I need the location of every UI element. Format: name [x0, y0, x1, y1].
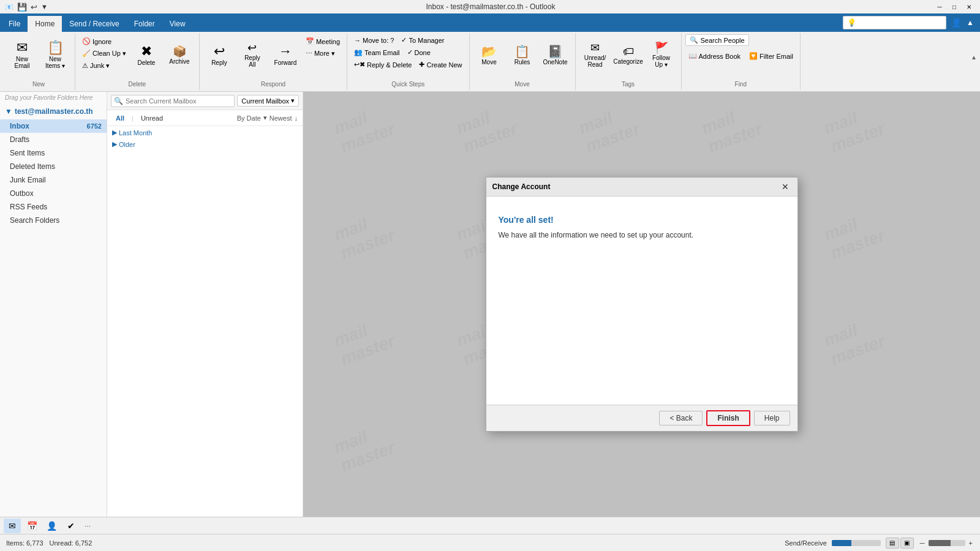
cleanup-label: Clean Up ▾: [92, 50, 126, 58]
zoom-in-button[interactable]: +: [968, 539, 974, 547]
collapse-ribbon-icon[interactable]: ▲: [967, 18, 974, 27]
filter-sep: |: [132, 114, 134, 122]
qat-undo[interactable]: ↩: [31, 2, 37, 12]
follow-up-icon: 🚩: [655, 42, 668, 53]
mailbox-selector[interactable]: Current Mailbox ▾: [237, 95, 299, 107]
mail-nav-button[interactable]: ✉: [4, 519, 21, 533]
window-title: Inbox - test@mailmaster.co.th - Outlook: [48, 2, 933, 11]
reply-button[interactable]: ↩ Reply: [203, 34, 235, 76]
forward-label: Forward: [274, 59, 297, 66]
finish-button[interactable]: Finish: [706, 410, 750, 426]
calendar-nav-button[interactable]: 📅: [23, 519, 40, 533]
sidebar-item-outbox[interactable]: Outbox: [0, 187, 107, 200]
title-bar: 📧 💾 ↩ ▼ Inbox - test@mailmaster.co.th - …: [0, 0, 980, 13]
normal-view-button[interactable]: ▤: [886, 538, 899, 549]
move-to-label: Move to: ?: [363, 37, 394, 44]
junk-button[interactable]: ⚠ Junk ▾: [79, 60, 129, 72]
reply-delete-button[interactable]: ↩✖ Reply & Delete: [351, 59, 415, 70]
new-email-button[interactable]: ✉ NewEmail: [6, 34, 38, 76]
follow-up-button[interactable]: 🚩 FollowUp ▾: [646, 34, 677, 76]
modal-title-bar: Change Account ✕: [486, 178, 797, 197]
ribbon-group-tags-content: ✉ Unread/Read 🏷 Categorize 🚩 FollowUp ▾: [579, 34, 677, 79]
move-to-button[interactable]: → Move to: ?: [351, 34, 397, 46]
sidebar-item-search-folders[interactable]: Search Folders: [0, 214, 107, 227]
tab-view[interactable]: View: [162, 16, 193, 32]
sidebar-item-sent[interactable]: Sent Items: [0, 146, 107, 160]
sidebar-item-drafts[interactable]: Drafts: [0, 133, 107, 146]
sidebar-item-rss[interactable]: RSS Feeds: [0, 200, 107, 214]
new-items-button[interactable]: 📋 NewItems ▾: [39, 34, 71, 76]
search-people-container[interactable]: 🔍 Search People: [685, 34, 749, 46]
tab-folder[interactable]: Folder: [127, 16, 162, 32]
cleanup-button[interactable]: 🧹 Clean Up ▾: [79, 48, 129, 59]
ribbon-group-quicksteps-content: → Move to: ? ✓ To Manager 👥 Team Email ✓…: [351, 34, 465, 79]
search-input[interactable]: [126, 97, 232, 105]
tab-home[interactable]: Home: [28, 16, 62, 32]
zoom-out-button[interactable]: ─: [919, 539, 926, 547]
create-new-button[interactable]: ✚ Create New: [416, 59, 465, 70]
people-nav-button[interactable]: 👤: [43, 519, 60, 533]
status-items: Items: 6,773: [6, 539, 43, 547]
done-button[interactable]: ✓ Done: [404, 47, 434, 58]
filter-unread-button[interactable]: Unread: [137, 113, 167, 123]
reply-all-icon: ↩: [247, 42, 257, 53]
qat-arrow[interactable]: ▼: [41, 3, 48, 10]
ignore-button[interactable]: 🚫 Ignore: [79, 36, 129, 47]
section-older[interactable]: ▶ Older: [107, 138, 303, 149]
zoom-slider[interactable]: [929, 540, 965, 546]
create-new-icon: ✚: [419, 61, 424, 69]
filter-sort[interactable]: By Date ▾ Newest ↓: [237, 114, 298, 122]
status-unread: Unread: 6,752: [50, 539, 92, 547]
ribbon-group-delete-label: Delete: [79, 79, 195, 89]
meeting-icon: 📅: [306, 37, 314, 45]
more-respond-button[interactable]: ⋯ More ▾: [303, 48, 343, 59]
delete-button[interactable]: ✖ Delete: [130, 34, 162, 76]
categorize-button[interactable]: 🏷 Categorize: [612, 34, 644, 76]
team-email-button[interactable]: 👥 Team Email: [351, 47, 402, 58]
tab-file[interactable]: File: [1, 16, 28, 32]
filter-email-label: Filter Email: [760, 53, 793, 60]
filter-email-button[interactable]: 🔽 Filter Email: [746, 50, 796, 62]
qat-save[interactable]: 💾: [17, 2, 27, 12]
unread-label: Unread/Read: [584, 54, 606, 68]
meeting-button[interactable]: 📅 Meeting: [303, 36, 343, 47]
filter-all-button[interactable]: All: [112, 113, 128, 123]
address-book-button[interactable]: 📖 Address Book: [685, 50, 744, 62]
move-large-button[interactable]: 📂 Move: [473, 34, 505, 76]
sidebar-account[interactable]: ▼ test@mailmaster.co.th: [0, 103, 107, 119]
cleanup-icon: 🧹: [82, 50, 91, 58]
sidebar-item-deleted[interactable]: Deleted Items: [0, 160, 107, 173]
more-nav-button[interactable]: ···: [82, 522, 93, 530]
rules-button[interactable]: 📋 Rules: [507, 34, 538, 76]
mailbox-dropdown-icon: ▾: [291, 97, 295, 105]
reading-view-button[interactable]: ▣: [900, 538, 914, 549]
reply-all-button[interactable]: ↩ ReplyAll: [236, 34, 268, 76]
maximize-button[interactable]: □: [948, 2, 960, 12]
section-last-month[interactable]: ▶ Last Month: [107, 126, 303, 138]
zoom-fill: [929, 540, 951, 546]
archive-button[interactable]: 📦 Archive: [164, 34, 195, 76]
onenote-button[interactable]: 📓 OneNote: [540, 34, 571, 76]
back-button[interactable]: < Back: [659, 411, 703, 425]
to-manager-icon: ✓: [401, 36, 407, 44]
tab-send-receive[interactable]: Send / Receive: [62, 16, 126, 32]
tasks-nav-button[interactable]: ✔: [62, 519, 80, 533]
to-manager-button[interactable]: ✓ To Manager: [398, 34, 447, 46]
ignore-icon: 🚫: [82, 37, 91, 45]
unread-read-button[interactable]: ✉ Unread/Read: [579, 34, 611, 76]
sidebar-item-inbox[interactable]: Inbox 6752: [0, 119, 107, 133]
tell-me-input[interactable]: 💡 Tell me what you want to do: [843, 16, 946, 29]
reply-icon: ↩: [214, 45, 225, 58]
close-button[interactable]: ✕: [963, 2, 975, 12]
help-button[interactable]: Help: [754, 411, 790, 425]
tell-me-text: Tell me what you want to do: [859, 19, 942, 26]
search-box[interactable]: 🔍: [111, 95, 235, 107]
outlook-icon: 📧: [5, 3, 13, 11]
minimize-button[interactable]: ─: [933, 2, 946, 12]
create-new-label: Create New: [426, 61, 462, 69]
ribbon-collapse-button[interactable]: ▲: [970, 33, 978, 81]
modal-close-button[interactable]: ✕: [779, 181, 791, 192]
forward-button[interactable]: → Forward: [270, 34, 301, 76]
sidebar-item-junk[interactable]: Junk Email: [0, 173, 107, 187]
ribbon-group-tags: ✉ Unread/Read 🏷 Categorize 🚩 FollowUp ▾ …: [576, 33, 682, 90]
